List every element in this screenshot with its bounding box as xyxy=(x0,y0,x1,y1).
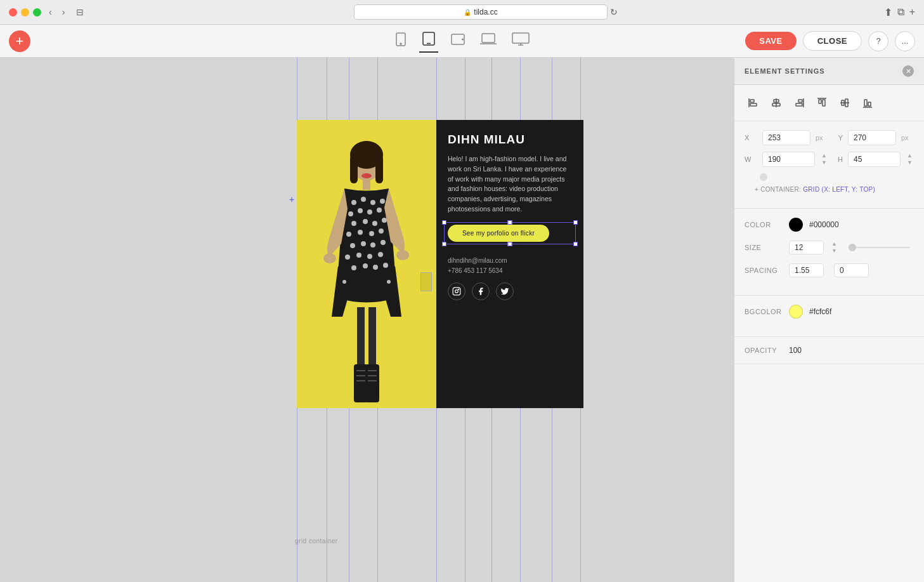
forward-button[interactable]: › xyxy=(60,6,68,18)
svg-point-45 xyxy=(387,280,391,284)
color-label: COLOR xyxy=(745,221,783,228)
svg-point-20 xyxy=(367,209,372,215)
svg-rect-49 xyxy=(365,364,379,402)
size-input[interactable] xyxy=(789,241,824,255)
y-input[interactable] xyxy=(848,130,896,145)
size-label: SIZE xyxy=(745,244,783,251)
element-settings-panel: ELEMENT SETTINGS ✕ xyxy=(734,58,924,582)
panel-close-button[interactable]: ✕ xyxy=(902,65,914,77)
svg-point-25 xyxy=(382,218,387,223)
w-increment[interactable]: ▲ xyxy=(821,152,827,159)
wh-row: W ▲ ▼ H ▲ ▼ xyxy=(745,152,914,167)
more-button[interactable]: ... xyxy=(895,31,915,51)
laptop-icon[interactable] xyxy=(478,30,499,52)
card-phone: +786 453 117 5634 xyxy=(448,266,572,276)
spacing-input-1[interactable] xyxy=(789,263,824,277)
sidebar-toggle[interactable]: ⊟ xyxy=(72,6,88,18)
close-button[interactable]: CLOSE xyxy=(803,31,862,51)
new-tab-button[interactable]: ⧉ xyxy=(897,6,904,18)
h-decrement[interactable]: ▼ xyxy=(907,159,913,166)
svg-point-30 xyxy=(350,243,355,248)
svg-point-37 xyxy=(378,252,383,257)
help-button[interactable]: ? xyxy=(868,31,888,51)
svg-rect-7 xyxy=(512,33,529,43)
svg-point-16 xyxy=(370,200,375,205)
x-label: X xyxy=(745,134,757,142)
app-toolbar: + SAVE CLOSE ? ... xyxy=(0,25,924,58)
size-slider-thumb[interactable] xyxy=(849,244,856,251)
bgcolor-swatch[interactable] xyxy=(789,305,803,319)
align-right[interactable] xyxy=(790,94,808,112)
align-top[interactable] xyxy=(813,94,831,112)
share-button[interactable]: ⬆ xyxy=(884,6,892,18)
svg-point-35 xyxy=(356,253,361,258)
style-properties: COLOR #000000 SIZE ▲ ▼ xyxy=(734,209,924,296)
add-element-button[interactable]: + xyxy=(9,30,30,52)
svg-point-58 xyxy=(455,289,459,293)
card-component[interactable]: DIHN MILAU Helo! I am high-fashion model… xyxy=(297,120,583,408)
w-input[interactable] xyxy=(762,152,815,167)
bgcolor-label: BGCOLOR xyxy=(745,308,783,315)
size-increment[interactable]: ▲ xyxy=(831,241,837,248)
bgcolor-row: BGCOLOR #fcfc6f xyxy=(745,305,914,319)
w-decrement[interactable]: ▼ xyxy=(821,159,827,166)
color-swatch[interactable] xyxy=(789,218,803,232)
browser-window: ‹ › ⊟ 🔒 tilda.cc ↻ ⬆ ⧉ + + xyxy=(0,0,924,582)
minimize-traffic-light[interactable] xyxy=(21,8,29,17)
crosshair: + xyxy=(289,194,294,204)
h-increment[interactable]: ▲ xyxy=(907,152,913,159)
plus-button[interactable]: + xyxy=(909,6,915,18)
mobile-icon[interactable] xyxy=(419,29,438,53)
tablet-icon[interactable] xyxy=(448,30,467,52)
toolbar-right: SAVE CLOSE ? ... xyxy=(745,31,915,51)
svg-point-32 xyxy=(370,242,375,248)
main-area: + xyxy=(0,58,924,582)
svg-rect-67 xyxy=(798,100,802,102)
svg-rect-46 xyxy=(357,307,365,371)
canvas[interactable]: + xyxy=(0,58,734,582)
mobile-small-icon[interactable] xyxy=(393,30,409,52)
save-button[interactable]: SAVE xyxy=(745,32,796,50)
accent-block xyxy=(420,272,432,291)
url-input[interactable]: 🔒 tilda.cc xyxy=(354,4,608,20)
svg-point-31 xyxy=(361,241,366,246)
svg-rect-76 xyxy=(864,100,867,106)
x-input[interactable] xyxy=(762,130,810,145)
card-name: DIHN MILAU xyxy=(448,133,572,147)
social-icons xyxy=(448,282,572,300)
svg-point-36 xyxy=(367,254,372,259)
svg-point-39 xyxy=(363,263,368,268)
svg-point-28 xyxy=(369,231,374,236)
svg-point-56 xyxy=(361,173,372,178)
handle-bl xyxy=(442,242,446,246)
container-grid-link[interactable]: GRID (X: LEFT, Y: TOP) xyxy=(803,186,875,193)
fashion-figure xyxy=(297,120,436,408)
svg-rect-62 xyxy=(750,103,757,106)
align-bottom[interactable] xyxy=(859,94,876,112)
align-center-h[interactable] xyxy=(767,94,785,112)
handle-tl xyxy=(442,220,446,225)
lock-icon: 🔒 xyxy=(464,9,471,16)
svg-point-26 xyxy=(346,232,351,237)
grid-label: grid container xyxy=(295,538,338,545)
instagram-icon[interactable] xyxy=(448,282,465,300)
portfolio-button[interactable]: See my porfolio on flickr xyxy=(448,225,549,242)
reload-button[interactable]: ↻ xyxy=(610,4,618,20)
close-traffic-light[interactable] xyxy=(9,8,17,17)
card-bio: Helo! I am high-fashion model. I live an… xyxy=(448,154,572,215)
align-center-v[interactable] xyxy=(836,94,854,112)
bgcolor-value: #fcfc6f xyxy=(809,307,831,316)
svg-point-22 xyxy=(351,221,356,226)
svg-point-19 xyxy=(358,208,363,213)
handle-tr xyxy=(573,220,578,225)
svg-point-44 xyxy=(342,280,346,284)
spacing-input-2[interactable] xyxy=(834,263,869,277)
h-input[interactable] xyxy=(848,152,901,167)
facebook-icon[interactable] xyxy=(472,282,490,300)
size-decrement[interactable]: ▼ xyxy=(831,248,837,255)
maximize-traffic-light[interactable] xyxy=(33,8,41,17)
align-left[interactable] xyxy=(745,94,762,112)
desktop-icon[interactable] xyxy=(509,30,532,52)
twitter-icon[interactable] xyxy=(496,282,514,300)
back-button[interactable]: ‹ xyxy=(46,6,55,18)
